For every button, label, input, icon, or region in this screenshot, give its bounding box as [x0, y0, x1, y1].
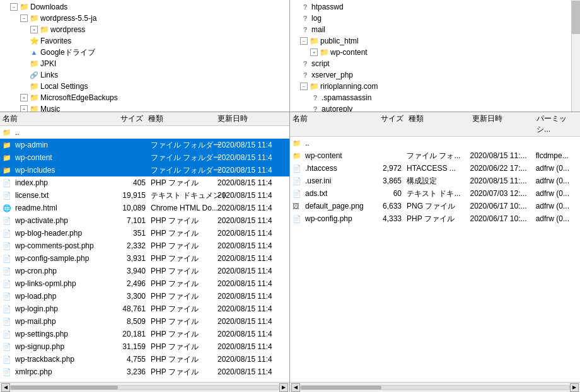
tree-item-xserver-php[interactable]: ? xserver_php — [290, 69, 580, 81]
scroll-track[interactable] — [10, 385, 279, 390]
scroll-thumb[interactable] — [11, 386, 118, 389]
table-row[interactable]: 📄 wp-config.php 4,333 PHP ファイル 2020/06/1… — [290, 212, 580, 225]
scroll-left-btn[interactable]: ◀ — [1, 383, 10, 392]
table-row[interactable]: 🌐 readme.html 10,089 Chrome HTML Do... 2… — [0, 202, 289, 214]
table-row[interactable]: 📄 wp-settings.php 20,181 PHP ファイル 2020/0… — [0, 328, 289, 340]
tree-label: script — [311, 59, 330, 68]
tree-item-links[interactable]: 🔗 Links — [0, 69, 289, 81]
table-row[interactable]: 📄 wp-config-sample.php 3,931 PHP ファイル 20… — [0, 252, 289, 265]
file-name: wp-load.php — [15, 292, 110, 301]
scroll-track[interactable] — [300, 385, 570, 390]
tree-item-downloads[interactable]: − 📁 Downloads — [0, 1, 289, 13]
expand-music[interactable]: + — [20, 105, 28, 112]
file-date: 2020/08/15 11:4 — [218, 191, 287, 200]
scroll-right-btn[interactable]: ▶ — [570, 383, 579, 392]
table-row[interactable]: 📁 wp-content ファイル フォルダー 2020/08/15 11:4 — [0, 151, 289, 164]
expand-wp55[interactable]: − — [20, 14, 28, 22]
file-name: license.txt — [15, 191, 110, 200]
tree-item-spamassassin[interactable]: ? .spamassassin — [290, 92, 580, 103]
php-icon: 📄 — [3, 291, 13, 301]
table-row[interactable]: 📄 wp-blog-header.php 351 PHP ファイル 2020/0… — [0, 227, 289, 239]
table-row[interactable]: 📄 wp-load.php 3,300 PHP ファイル 2020/08/15 … — [0, 290, 289, 303]
file-date: 2020/08/15 11:4 — [218, 229, 287, 238]
file-type: PHP ファイル — [148, 241, 218, 251]
folder-icon: 📁 — [309, 36, 319, 46]
file-name: xmlrpc.php — [15, 367, 110, 376]
tree-item-autoreply[interactable]: ? autoreply — [290, 103, 580, 112]
php-icon: 📄 — [3, 329, 13, 339]
tree-item-ririoplanning[interactable]: − 📁 ririoplanning.com — [290, 81, 580, 92]
file-type: PHP ファイル — [148, 342, 218, 352]
table-row[interactable]: 📄 wp-comments-post.php 2,332 PHP ファイル 20… — [0, 239, 289, 252]
table-row[interactable]: 📄 wp-cron.php 3,940 PHP ファイル 2020/08/15 … — [0, 265, 289, 277]
link-icon: 🔗 — [29, 70, 39, 80]
folder-icon: 📁 — [3, 165, 13, 175]
tree-item-public-html[interactable]: − 📁 public_html — [290, 35, 580, 47]
file-date: 2020/08/15 11:4 — [218, 141, 287, 149]
file-type: PNG ファイル — [404, 201, 470, 212]
expand-downloads[interactable]: − — [10, 3, 18, 11]
tree-item-log[interactable]: ? log — [290, 13, 580, 24]
expand-public-html[interactable]: − — [300, 37, 308, 45]
tree-item-htpasswd[interactable]: ? htpasswd — [290, 1, 580, 13]
table-row[interactable]: 📄 wp-trackback.php 4,755 PHP ファイル 2020/0… — [0, 353, 289, 366]
folder-icon: 📁 — [319, 47, 329, 57]
scroll-left-btn[interactable]: ◀ — [291, 383, 300, 392]
expand-wp[interactable]: + — [30, 26, 38, 33]
table-row[interactable]: 📄 ads.txt 60 テキスト ドキ... 2020/07/03 12:..… — [290, 187, 580, 200]
tree-item-wp55ja[interactable]: − 📁 wordpress-5.5-ja — [0, 13, 289, 24]
table-row[interactable]: 📄 wp-activate.php 7,101 PHP ファイル 2020/08… — [0, 214, 289, 227]
tree-item-mail[interactable]: ? mail — [290, 24, 580, 35]
table-row[interactable]: 📄 wp-signup.php 31,159 PHP ファイル 2020/08/… — [0, 340, 289, 353]
file-size: 19,915 — [110, 191, 148, 200]
table-row[interactable]: 📁 .. — [0, 126, 289, 139]
folder-up-icon: 📁 — [293, 138, 303, 148]
right-hscrollbar[interactable]: ◀ ▶ — [290, 382, 580, 392]
tree-item-wp-content[interactable]: + 📁 wp-content — [290, 47, 580, 58]
file-size: 7,101 — [110, 216, 148, 225]
folder-icon: 📁 — [29, 81, 39, 91]
file-date: 2020/06/22 17:... — [470, 164, 535, 173]
tree-item-music[interactable]: + 📁 Music — [0, 103, 289, 112]
file-type: PHP ファイル — [148, 216, 218, 226]
table-row[interactable]: 📄 wp-login.php 48,761 PHP ファイル 2020/08/1… — [0, 303, 289, 315]
tree-item-jpki[interactable]: 📁 JPKI — [0, 58, 289, 69]
tree-vscrollbar[interactable] — [571, 0, 580, 112]
file-type: PHP ファイル — [148, 291, 218, 302]
table-row[interactable]: 📄 xmlrpc.php 3,236 PHP ファイル 2020/08/15 1… — [0, 366, 289, 378]
scroll-right-btn[interactable]: ▶ — [279, 383, 288, 392]
file-name: wp-config-sample.php — [15, 254, 110, 263]
tree-item-local-settings[interactable]: 📁 Local Settings — [0, 81, 289, 92]
file-type: PHP ファイル — [148, 178, 218, 188]
table-row[interactable]: 📄 .htaccess 2,972 HTACCESS ... 2020/06/2… — [290, 162, 580, 175]
file-perms: adfrw (0... — [536, 176, 577, 185]
table-row[interactable]: 📄 license.txt 19,915 テキスト ドキュメント 2020/08… — [0, 189, 289, 202]
table-row[interactable]: 📁 .. — [290, 137, 580, 149]
table-row[interactable]: 📄 .user.ini 3,865 構成設定 2020/08/15 11:...… — [290, 175, 580, 187]
expand-ririoplanning[interactable]: − — [300, 83, 308, 90]
tree-item-script[interactable]: ? script — [290, 58, 580, 69]
file-date: 2020/08/15 11:4 — [218, 304, 287, 313]
file-perms: adfrw (0... — [536, 202, 577, 210]
tree-label: public_html — [320, 37, 359, 45]
table-row[interactable]: 📄 index.php 405 PHP ファイル 2020/08/15 11:4 — [0, 176, 289, 189]
table-row[interactable]: 📁 wp-content ファイル フォ... 2020/08/15 11:..… — [290, 149, 580, 162]
file-type: ファイル フォルダー — [148, 140, 218, 151]
table-row[interactable]: 📁 wp-includes ファイル フォルダー 2020/08/15 11:4 — [0, 164, 289, 176]
tree-item-msedge[interactable]: + 📁 MicrosoftEdgeBackups — [0, 92, 289, 103]
expand-wp-content[interactable]: + — [310, 49, 318, 56]
table-row[interactable]: 📁 wp-admin ファイル フォルダー 2020/08/15 11:4 — [0, 139, 289, 151]
table-row[interactable]: 🖼 default_page.png 6,633 PNG ファイル 2020/0… — [290, 200, 580, 212]
tree-item-favorites[interactable]: ⭐ Favorites — [0, 35, 289, 47]
file-size: 10,089 — [110, 204, 148, 212]
left-hscrollbar[interactable]: ◀ ▶ — [0, 382, 289, 392]
file-date: 2020/08/15 11:4 — [218, 241, 287, 250]
php-icon: 📄 — [3, 228, 13, 238]
table-row[interactable]: 📄 wp-mail.php 8,509 PHP ファイル 2020/08/15 … — [0, 315, 289, 328]
expand-msedge[interactable]: + — [20, 94, 28, 101]
table-row[interactable]: 📄 wp-links-opml.php 2,496 PHP ファイル 2020/… — [0, 277, 289, 290]
tree-item-gdrive[interactable]: ▲ Googleドライブ — [0, 47, 289, 58]
scroll-thumb[interactable] — [301, 386, 381, 389]
question-icon: ? — [300, 13, 310, 23]
tree-item-wordpress[interactable]: + 📁 wordpress — [0, 24, 289, 35]
